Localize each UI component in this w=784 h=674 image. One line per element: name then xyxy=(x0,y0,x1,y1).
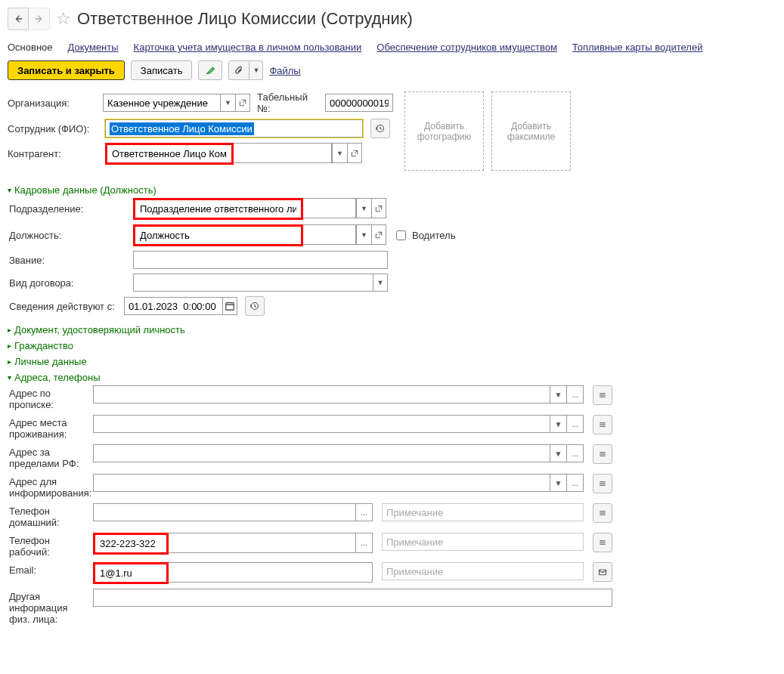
organization-dropdown-button[interactable]: ▼ xyxy=(220,94,235,112)
history-icon xyxy=(376,123,385,134)
rank-input[interactable] xyxy=(133,251,388,269)
work-phone-note-input[interactable] xyxy=(382,533,584,551)
marker-icon xyxy=(205,65,215,76)
addr-living-more-button[interactable]: ... xyxy=(567,415,584,433)
tab-documents[interactable]: Документы xyxy=(68,42,119,53)
tabel-input[interactable] xyxy=(325,94,393,112)
work-phone-action-button[interactable] xyxy=(593,533,612,552)
work-phone-input-ext[interactable] xyxy=(169,533,356,553)
other-info-input[interactable] xyxy=(93,589,612,607)
email-input-ext[interactable] xyxy=(169,562,373,583)
write-and-close-button[interactable]: Записать и закрыть xyxy=(8,60,125,80)
chevron-down-icon: ▾ xyxy=(8,373,11,382)
open-icon xyxy=(351,150,358,157)
chevron-down-icon: ▾ xyxy=(8,186,11,194)
write-button[interactable]: Записать xyxy=(131,60,193,80)
paperclip-icon xyxy=(234,65,244,76)
counterparty-label: Контрагент: xyxy=(8,148,102,159)
addr-living-action-button[interactable] xyxy=(593,415,612,434)
files-link[interactable]: Файлы xyxy=(269,65,300,76)
addr-info-dropdown-button[interactable]: ▼ xyxy=(550,474,567,492)
section-hr-header[interactable]: ▾ Кадровые данные (Должность) xyxy=(8,182,776,198)
addr-foreign-more-button[interactable]: ... xyxy=(567,444,584,462)
department-dropdown-button[interactable]: ▼ xyxy=(356,198,371,218)
highlight-button[interactable] xyxy=(198,60,222,80)
tab-supply[interactable]: Обеспечение сотрудников имуществом xyxy=(377,42,557,53)
addr-registration-input[interactable] xyxy=(93,385,550,403)
position-open-button[interactable] xyxy=(371,224,386,245)
valid-from-input[interactable] xyxy=(124,297,222,315)
addr-info-more-button[interactable]: ... xyxy=(567,474,584,492)
work-phone-more-button[interactable]: ... xyxy=(356,533,373,553)
section-personal-header[interactable]: ▸ Личные данные xyxy=(8,354,776,369)
chevron-right-icon: ▸ xyxy=(8,357,11,366)
home-phone-more-button[interactable]: ... xyxy=(356,503,373,521)
home-phone-label: Телефон домашний: xyxy=(9,503,88,528)
addr-registration-more-button[interactable]: ... xyxy=(567,385,584,403)
arrow-left-icon xyxy=(13,14,23,24)
work-phone-input[interactable] xyxy=(96,536,166,551)
nav-forward-button[interactable] xyxy=(29,8,50,30)
home-phone-input[interactable] xyxy=(93,503,356,521)
position-input-ext[interactable] xyxy=(303,224,356,245)
history-icon xyxy=(250,301,259,311)
addr-info-action-button[interactable] xyxy=(593,474,612,493)
valid-from-history-button[interactable] xyxy=(245,296,265,316)
addr-registration-action-button[interactable] xyxy=(593,385,612,405)
add-facsimile-box[interactable]: Добавить факсимиле xyxy=(491,91,571,171)
tabs-row: Основное Документы Карточка учета имущес… xyxy=(8,38,776,60)
addr-living-dropdown-button[interactable]: ▼ xyxy=(550,415,567,433)
attach-dropdown-button[interactable]: ▼ xyxy=(249,60,263,80)
section-citizenship-header[interactable]: ▸ Гражданство xyxy=(8,338,776,354)
add-photo-box[interactable]: Добавить фотографию xyxy=(404,91,484,171)
counterparty-dropdown-button[interactable]: ▼ xyxy=(332,143,347,163)
email-send-button[interactable] xyxy=(593,562,612,582)
tab-main[interactable]: Основное xyxy=(8,42,53,53)
position-dropdown-button[interactable]: ▼ xyxy=(356,224,371,245)
home-phone-action-button[interactable] xyxy=(593,503,612,523)
section-addresses-header[interactable]: ▾ Адреса, телефоны xyxy=(8,369,776,385)
page-title: Ответственное Лицо Комиссии (Сотрудник) xyxy=(77,9,413,29)
addr-foreign-input[interactable] xyxy=(93,444,550,462)
work-phone-label: Телефон рабочий: xyxy=(9,533,88,558)
addr-foreign-action-button[interactable] xyxy=(593,444,612,464)
nav-back-button[interactable] xyxy=(8,8,29,30)
contract-type-input[interactable] xyxy=(133,274,373,292)
email-input[interactable] xyxy=(96,566,166,580)
rank-label: Звание: xyxy=(9,255,130,266)
driver-label: Водитель xyxy=(412,230,455,241)
department-input-ext[interactable] xyxy=(303,198,356,218)
position-input[interactable] xyxy=(136,228,300,243)
favorite-star-icon[interactable]: ☆ xyxy=(56,9,71,29)
contract-type-dropdown-button[interactable]: ▼ xyxy=(373,274,388,292)
section-identity-header[interactable]: ▸ Документ, удостоверяющий личность xyxy=(8,322,776,338)
employee-input[interactable]: Ответственное Лицо Комиссии xyxy=(106,120,362,137)
list-icon xyxy=(598,537,607,548)
employee-label: Сотрудник (ФИО): xyxy=(8,123,102,134)
driver-checkbox[interactable] xyxy=(396,230,406,240)
email-note-input[interactable] xyxy=(382,562,584,580)
tab-fuel-cards[interactable]: Топливные карты водителей xyxy=(572,42,703,53)
arrow-right-icon xyxy=(34,14,45,24)
tab-property-card[interactable]: Карточка учета имущества в личном пользо… xyxy=(134,42,362,53)
employee-history-button[interactable] xyxy=(370,119,390,138)
employee-value-selected: Ответственное Лицо Комиссии xyxy=(110,122,254,135)
valid-from-calendar-button[interactable] xyxy=(222,297,237,315)
addr-info-input[interactable] xyxy=(93,474,550,492)
counterparty-open-button[interactable] xyxy=(347,143,362,163)
counterparty-input[interactable] xyxy=(108,147,231,161)
organization-label: Организация: xyxy=(8,97,100,109)
organization-input[interactable] xyxy=(103,94,220,112)
department-open-button[interactable] xyxy=(371,198,386,218)
counterparty-input-ext[interactable] xyxy=(234,143,332,163)
contract-type-label: Вид договора: xyxy=(9,277,130,289)
list-icon xyxy=(598,449,607,459)
addr-foreign-dropdown-button[interactable]: ▼ xyxy=(550,444,567,462)
attach-button[interactable] xyxy=(228,60,249,80)
organization-open-button[interactable] xyxy=(235,94,250,112)
addr-living-input[interactable] xyxy=(93,415,550,433)
addr-registration-dropdown-button[interactable]: ▼ xyxy=(550,385,567,403)
department-input[interactable] xyxy=(136,202,300,216)
home-phone-note-input[interactable] xyxy=(382,503,584,521)
attach-group: ▼ xyxy=(228,60,263,80)
